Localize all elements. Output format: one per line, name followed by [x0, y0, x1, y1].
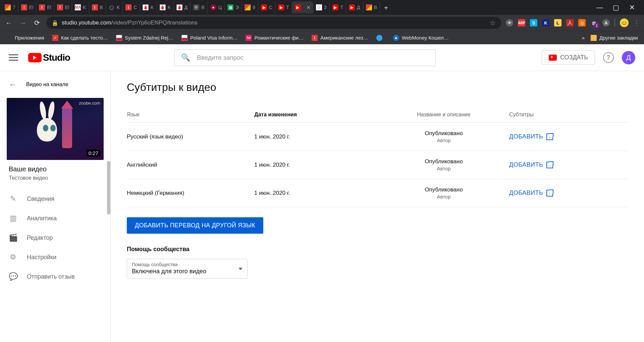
window-close-button[interactable]: ✕ — [626, 1, 638, 13]
browser-tab[interactable]: 卄B — [191, 1, 207, 13]
url-field[interactable]: 🔒 studio.youtube.com/video/PznYp6oENPQ/t… — [46, 17, 501, 29]
tab-title: Э — [235, 5, 239, 10]
sidebar-nav-item[interactable]: 💬Отправить отзыв — [0, 267, 110, 286]
browser-tab[interactable]: iEl — [54, 1, 72, 13]
browser-tab[interactable]: MAK — [72, 1, 89, 13]
browser-tab[interactable]: ▶T — [330, 1, 346, 13]
bookmark-item[interactable]: System Zdalnej Rej… — [116, 35, 173, 41]
other-bookmarks-label: Другие закладки — [599, 35, 638, 41]
tab-favicon: i — [21, 4, 27, 10]
create-video-icon — [549, 55, 557, 61]
forward-button[interactable]: → — [18, 18, 28, 27]
browser-tab[interactable]: 🩸K — [140, 1, 157, 13]
column-description[interactable]: Название и описание — [382, 112, 506, 118]
browser-tab[interactable]: 7 — [2, 1, 18, 13]
add-subtitle-link[interactable]: ДОБАВИТЬ — [509, 189, 628, 196]
community-help-dropdown[interactable]: Помощь сообщества Включена для этого вид… — [127, 259, 248, 279]
search-box[interactable]: 🔍 — [174, 49, 436, 66]
row-date: 1 июн. 2020 г. — [254, 162, 382, 168]
sidebar-nav-item[interactable]: ✎Сведения — [0, 189, 110, 209]
nav-item-icon: ✎ — [9, 194, 17, 203]
bookmark-favicon — [181, 35, 187, 41]
studio-logo[interactable]: Studio — [28, 52, 70, 63]
bookmark-label: Как сделать тесто… — [61, 35, 108, 41]
column-date[interactable]: Дата изменения — [254, 112, 382, 118]
tab-title: B — [201, 5, 204, 10]
search-input[interactable] — [197, 54, 429, 61]
bookmark-item[interactable]: ●WebMoney Кошел… — [393, 35, 449, 41]
chevron-down-icon — [238, 268, 243, 270]
reload-button[interactable]: ⟳ — [32, 18, 42, 27]
profile-avatar-icon[interactable]: 😊 — [620, 18, 629, 27]
bookmarks-overflow-button[interactable]: » — [582, 35, 585, 41]
scrollbar-thumb[interactable] — [107, 161, 110, 215]
other-bookmarks-button[interactable]: Другие закладки — [591, 35, 638, 41]
browser-tab[interactable]: ▶C — [258, 1, 275, 13]
window-minimize-button[interactable]: ― — [594, 1, 606, 13]
video-thumbnail[interactable]: zoobe.com 0:27 — [7, 98, 104, 160]
tab-title: 3 — [324, 5, 327, 10]
row-language: Английский — [127, 162, 254, 168]
browser-tab[interactable]: G3 — [313, 1, 330, 13]
table-row: Русский (язык видео) 1 июн. 2020 г. Опуб… — [127, 123, 628, 151]
browser-tab[interactable]: В — [363, 1, 380, 13]
browser-tab[interactable]: 🩸Д — [174, 1, 191, 13]
bookmark-item[interactable]: iviРомантические фи… — [246, 35, 304, 41]
tab-title: T — [340, 5, 343, 10]
browser-tab[interactable]: ◯K — [106, 1, 123, 13]
bookmark-item[interactable]: ✓Как сделать тесто… — [52, 35, 108, 41]
menu-button[interactable] — [9, 54, 18, 61]
extension-abp-icon[interactable]: ABP — [518, 19, 525, 26]
browser-tab[interactable]: ●Ц — [208, 1, 225, 13]
bookmark-favicon: i — [312, 35, 318, 41]
bookmark-label: System Zdalnej Rej… — [125, 35, 173, 41]
new-tab-button[interactable]: ＋ — [380, 1, 392, 13]
tab-favicon: i — [92, 4, 98, 10]
browser-tab[interactable]: iB — [89, 1, 106, 13]
browser-tab[interactable]: iEl — [36, 1, 54, 13]
nav-item-label: Аналитика — [27, 215, 57, 222]
extension-icon[interactable]: L — [554, 19, 561, 26]
apps-grid-icon — [6, 35, 12, 41]
browser-tab[interactable]: iEl — [18, 1, 36, 13]
bookmark-star-icon[interactable]: ☆ — [490, 19, 496, 27]
window-maximize-button[interactable]: ▢ — [610, 1, 622, 13]
browser-tab[interactable]: 9 — [242, 1, 258, 13]
extension-icon[interactable]: 👁 — [506, 19, 513, 26]
browser-tab[interactable]: 🩸K — [157, 1, 174, 13]
add-link-label: ДОБАВИТЬ — [509, 161, 543, 168]
column-subtitles[interactable]: Субтитры — [506, 112, 628, 118]
extension-icon[interactable]: ◎ — [578, 19, 586, 26]
back-to-channel-link[interactable]: ← Видео на канале — [0, 80, 110, 98]
apps-button[interactable]: Приложения — [6, 35, 44, 41]
bookmark-item[interactable]: 🌐 — [376, 35, 385, 41]
help-button[interactable]: ? — [603, 52, 614, 63]
bookmark-item[interactable]: Poland Visa Inform… — [181, 35, 237, 41]
column-language[interactable]: Язык — [127, 112, 254, 118]
extension-icon[interactable]: A — [602, 19, 610, 26]
user-avatar[interactable]: Д — [622, 51, 635, 64]
extension-pdf-icon[interactable]: 人 — [566, 19, 574, 26]
add-language-button[interactable]: ДОБАВИТЬ ПЕРЕВОД НА ДРУГОЙ ЯЗЫК — [127, 217, 263, 234]
sidebar-nav-item[interactable]: ▥Аналитика — [0, 209, 110, 228]
sidebar-nav-item[interactable]: 🎬Редактор — [0, 228, 110, 247]
browser-tab[interactable]: ▶✕ — [292, 1, 313, 13]
browser-tab[interactable]: ▦Э — [225, 1, 242, 13]
browser-menu-button[interactable]: ⋮ — [633, 19, 640, 27]
add-subtitle-link[interactable]: ДОБАВИТЬ — [509, 161, 628, 168]
browser-tab[interactable]: ▶Д — [346, 1, 363, 13]
bookmarks-bar: Приложения ✓Как сделать тесто…System Zda… — [0, 31, 644, 44]
browser-tab[interactable]: ▶T — [275, 1, 292, 13]
close-icon[interactable]: ✕ — [306, 4, 311, 11]
extension-icon[interactable]: ▦ — [590, 19, 598, 26]
extension-skype-icon[interactable]: S — [530, 19, 537, 26]
nav-item-label: Редактор — [27, 234, 53, 241]
tab-favicon: i — [125, 4, 131, 10]
add-subtitle-link[interactable]: ДОБАВИТЬ — [509, 133, 628, 140]
back-button[interactable]: ← — [4, 18, 13, 27]
extension-icon[interactable]: K — [542, 19, 549, 26]
create-button[interactable]: СОЗДАТЬ — [542, 50, 595, 65]
sidebar-nav-item[interactable]: ⚙Настройки — [0, 247, 110, 267]
bookmark-item[interactable]: iАмериканские лез… — [312, 35, 368, 41]
browser-tab[interactable]: iC — [123, 1, 140, 13]
